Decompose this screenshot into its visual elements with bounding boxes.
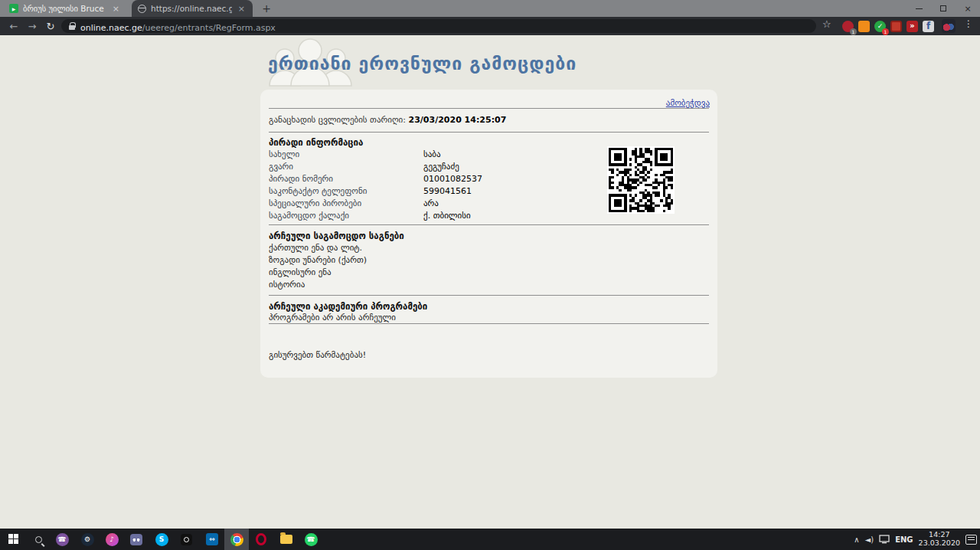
programs-title: არჩეული აკადემიური პროგრამები bbox=[269, 301, 427, 312]
whatsapp-icon: ☎ bbox=[305, 533, 318, 546]
success-wish-text: გისურვებთ წარმატებას! bbox=[269, 350, 366, 360]
globe-favicon bbox=[138, 5, 146, 13]
url-path: /ueereg/entrants/RegForm.aspx bbox=[142, 23, 276, 33]
tab-naec-regform[interactable]: https://online.naec.ge/ueereg/en × bbox=[132, 0, 253, 17]
taskbar-discord[interactable] bbox=[124, 529, 149, 550]
browser-toolbar: ← → ↻ online.naec.ge/ueereg/entrants/Reg… bbox=[0, 17, 980, 35]
address-bar[interactable]: online.naec.ge/ueereg/entrants/RegForm.a… bbox=[61, 19, 816, 33]
itunes-icon: ♪ bbox=[106, 533, 119, 546]
taskbar-opera[interactable] bbox=[249, 529, 273, 550]
facebook-extension-icon[interactable]: f bbox=[923, 21, 934, 32]
browser-titlebar: ▶ ბრიუს უილისი Bruce Willis - × https://… bbox=[0, 0, 980, 17]
system-tray: ∧ ◄) ENG 14:2723.03.2020 bbox=[854, 529, 977, 550]
search-icon bbox=[35, 536, 42, 543]
volume-icon[interactable]: ◄) bbox=[865, 535, 874, 544]
green-shield-extension-icon[interactable]: ✓ 1 bbox=[874, 21, 886, 32]
profile-avatar[interactable] bbox=[942, 19, 956, 33]
url-host: online.naec.ge bbox=[80, 23, 142, 33]
tray-chevron-up-icon[interactable]: ∧ bbox=[854, 535, 859, 544]
teamviewer-icon: ⇔ bbox=[206, 533, 218, 545]
registration-form-panel: ამობეჭდვა განაცხადის ცვლილების თარიღი: 2… bbox=[260, 90, 717, 378]
date-value: 23/03/2020 14:25:07 bbox=[409, 115, 507, 125]
taskbar-file-explorer[interactable] bbox=[274, 529, 299, 550]
forward-icon[interactable]: → bbox=[24, 18, 40, 34]
divider bbox=[269, 132, 709, 133]
opera-icon bbox=[256, 533, 266, 545]
page-title: ერთიანი ეროვნული გამოცდები bbox=[268, 54, 577, 74]
field-value: 01001082537 bbox=[423, 174, 482, 184]
field-value: 599041561 bbox=[423, 186, 472, 196]
field-label: საკონტაქტო ტელეფონი bbox=[269, 186, 367, 196]
taskbar-search-button[interactable] bbox=[26, 529, 51, 550]
instagram-icon bbox=[181, 534, 192, 545]
taskbar-itunes[interactable]: ♪ bbox=[100, 529, 124, 550]
window-controls: × bbox=[906, 0, 980, 17]
windows-logo-icon bbox=[8, 534, 19, 545]
field-value: საბა bbox=[423, 149, 441, 159]
divider bbox=[269, 295, 709, 296]
qr-code bbox=[607, 146, 675, 214]
divider bbox=[269, 323, 709, 324]
taskbar-chrome[interactable] bbox=[224, 529, 249, 550]
taskbar-clock[interactable]: 14:2723.03.2020 bbox=[919, 531, 960, 548]
tab-title: https://online.naec.ge/ueereg/en bbox=[151, 4, 232, 13]
red-chevrons-extension-icon[interactable]: » bbox=[906, 21, 918, 32]
chrome-icon bbox=[230, 533, 243, 546]
viber-icon: ☎ bbox=[56, 533, 69, 546]
chrome-menu-icon[interactable]: ⋮ bbox=[963, 18, 974, 29]
red-circle-extension-icon[interactable]: 1 bbox=[842, 21, 854, 32]
webpage: ერთიანი ეროვნული გამოცდები ამობეჭდვა გან… bbox=[0, 35, 980, 529]
minimize-button[interactable] bbox=[906, 0, 931, 17]
programs-note: პროგრამები არ არის არჩეული bbox=[269, 313, 396, 322]
tab-close-icon[interactable]: × bbox=[237, 4, 247, 14]
new-tab-button[interactable]: + bbox=[259, 2, 274, 15]
check-icon: ✓ bbox=[877, 22, 884, 30]
field-value: არა bbox=[423, 198, 439, 208]
bookmark-star-icon[interactable]: ☆ bbox=[822, 18, 831, 30]
tab-close-icon[interactable]: × bbox=[111, 4, 121, 14]
extension-badge: 1 bbox=[850, 28, 857, 35]
extension-badge: 1 bbox=[882, 28, 889, 35]
red-square-extension-icon[interactable] bbox=[890, 21, 902, 32]
taskbar-whatsapp[interactable]: ☎ bbox=[299, 529, 323, 550]
taskbar-skype[interactable]: S bbox=[149, 529, 174, 550]
close-button[interactable]: × bbox=[956, 0, 980, 17]
divider bbox=[269, 224, 709, 225]
steam-icon: ⚙ bbox=[81, 533, 94, 546]
taskbar-teamviewer[interactable]: ⇔ bbox=[200, 529, 224, 550]
date-text: 23.03.2020 bbox=[919, 539, 960, 547]
time-text: 14:27 bbox=[929, 530, 949, 539]
network-icon[interactable] bbox=[879, 535, 890, 544]
field-label: სპეციალური პირობები bbox=[269, 198, 361, 208]
green-play-favicon: ▶ bbox=[9, 4, 18, 13]
application-date-line: განაცხადის ცვლილების თარიღი: 23/03/2020 … bbox=[269, 115, 506, 125]
start-button[interactable] bbox=[2, 529, 26, 550]
tab-bruce-willis[interactable]: ▶ ბრიუს უილისი Bruce Willis - × bbox=[3, 0, 127, 17]
field-label: პირადი ნომერი bbox=[269, 174, 333, 184]
tab-title: ბრიუს უილისი Bruce Willis - bbox=[23, 4, 106, 13]
back-icon[interactable]: ← bbox=[6, 18, 21, 34]
screen: ▶ ბრიუს უილისი Bruce Willis - × https://… bbox=[0, 0, 980, 550]
maximize-button[interactable] bbox=[931, 0, 956, 17]
subject-item: ზოგადი უნარები (ქართ) bbox=[269, 255, 367, 265]
subject-item: ქართული ენა და ლიტ. bbox=[269, 243, 362, 253]
field-value: გეგუჩაძე bbox=[423, 162, 459, 172]
subject-item: ინგლისური ენა bbox=[269, 267, 332, 277]
language-indicator[interactable]: ENG bbox=[895, 535, 913, 544]
field-label: გვარი bbox=[269, 162, 293, 172]
print-link[interactable]: ამობეჭდვა bbox=[666, 98, 710, 108]
taskbar-steam[interactable]: ⚙ bbox=[75, 529, 100, 550]
field-label: სახელი bbox=[269, 149, 299, 159]
date-label: განაცხადის ცვლილების თარიღი: bbox=[269, 115, 406, 125]
folder-icon bbox=[280, 535, 292, 544]
subjects-title: არჩეული საგამოცდო საგნები bbox=[269, 231, 404, 241]
reload-icon[interactable]: ↻ bbox=[43, 18, 58, 34]
lock-icon[interactable] bbox=[69, 22, 75, 30]
action-center-icon[interactable] bbox=[965, 535, 977, 545]
skype-icon: S bbox=[155, 533, 168, 546]
discord-icon bbox=[130, 534, 142, 545]
windows-taskbar: ☎ ⚙ ♪ S ⇔ ☎ ∧ ◄) ENG 14:2723.03.2020 bbox=[0, 529, 980, 550]
taskbar-viber[interactable]: ☎ bbox=[50, 529, 74, 550]
orange-bag-extension-icon[interactable] bbox=[858, 21, 870, 32]
taskbar-instagram[interactable] bbox=[174, 529, 198, 550]
